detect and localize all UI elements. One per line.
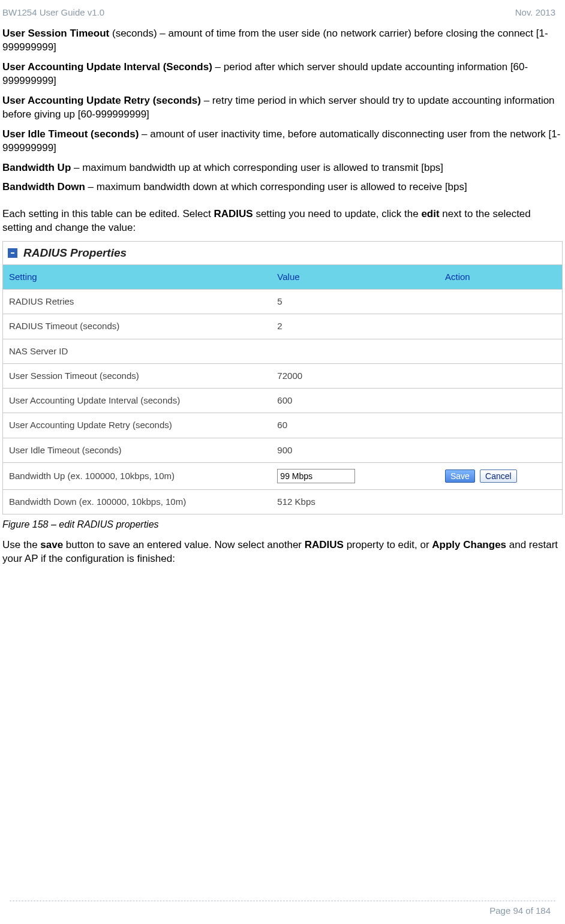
save-button[interactable]: Save [445, 469, 475, 483]
setting-cell: NAS Server ID [3, 339, 271, 363]
table-row[interactable]: User Idle Timeout (seconds) 900 [3, 438, 562, 462]
value-cell [271, 462, 439, 489]
setting-cell: RADIUS Retries [3, 290, 271, 314]
value-cell: 600 [271, 389, 439, 413]
table-row[interactable]: RADIUS Timeout (seconds) 2 [3, 314, 562, 339]
footer-divider [10, 901, 555, 901]
action-cell [439, 314, 562, 339]
doc-content: User Session Timeout (seconds) – amount … [0, 22, 565, 566]
value-cell: 60 [271, 413, 439, 438]
setting-cell: Bandwidth Up (ex. 100000, 10kbps, 10m) [3, 462, 271, 489]
text-bold: edit [421, 208, 439, 219]
paragraph: User Idle Timeout (seconds) – amount of … [2, 128, 563, 155]
setting-cell: User Idle Timeout (seconds) [3, 438, 271, 462]
page-number: Page 94 of 184 [489, 905, 551, 916]
setting-cell: User Accounting Update Interval (seconds… [3, 389, 271, 413]
post-paragraph: Use the save button to save an entered v… [2, 538, 563, 566]
term-desc: – maximum bandwidth up at which correspo… [71, 162, 443, 173]
cancel-button[interactable]: Cancel [480, 469, 517, 483]
term: Bandwidth Down [2, 181, 85, 192]
text: setting you need to update, click the [253, 208, 422, 219]
paragraph: Bandwidth Up – maximum bandwidth up at w… [2, 161, 563, 175]
action-cell [439, 290, 562, 314]
setting-cell: User Session Timeout (seconds) [3, 363, 271, 388]
setting-cell: User Accounting Update Retry (seconds) [3, 413, 271, 438]
panel-title-text: RADIUS Properties [23, 245, 127, 261]
term: User Idle Timeout (seconds) [2, 128, 139, 140]
action-cell [439, 389, 562, 413]
text-bold: Apply Changes [432, 539, 506, 550]
text-bold: RADIUS [305, 539, 344, 550]
table-row[interactable]: NAS Server ID [3, 339, 562, 363]
action-cell [439, 413, 562, 438]
table-row[interactable]: Bandwidth Down (ex. 100000, 10kbps, 10m)… [3, 489, 562, 514]
doc-date: Nov. 2013 [515, 7, 555, 17]
radius-table: Setting Value Action RADIUS Retries 5 RA… [3, 265, 562, 514]
value-cell [271, 339, 439, 363]
value-cell: 72000 [271, 363, 439, 388]
doc-title: BW1254 User Guide v1.0 [2, 7, 104, 17]
page-footer: Page 94 of 184 [489, 905, 551, 916]
action-cell [439, 489, 562, 514]
col-value-header: Value [271, 265, 439, 290]
term: User Session Timeout [2, 28, 109, 39]
term: Bandwidth Up [2, 162, 71, 173]
term-desc: – maximum bandwidth down at which corres… [85, 181, 467, 192]
value-cell: 900 [271, 438, 439, 462]
value-cell: 512 Kbps [271, 489, 439, 514]
panel-title: RADIUS Properties [3, 242, 562, 265]
text: Use the [2, 539, 40, 550]
paragraph: User Session Timeout (seconds) – amount … [2, 27, 563, 55]
paragraph: Bandwidth Down – maximum bandwidth down … [2, 180, 563, 194]
table-row[interactable]: User Accounting Update Interval (seconds… [3, 389, 562, 413]
action-cell [439, 363, 562, 388]
col-action-header: Action [439, 265, 562, 290]
action-cell [439, 339, 562, 363]
table-header-row: Setting Value Action [3, 265, 562, 290]
setting-cell: RADIUS Timeout (seconds) [3, 314, 271, 339]
text-bold: save [40, 539, 63, 550]
radius-properties-panel: RADIUS Properties Setting Value Action R… [2, 241, 563, 514]
svg-rect-1 [11, 252, 14, 254]
value-cell: 5 [271, 290, 439, 314]
setting-cell: Bandwidth Down (ex. 100000, 10kbps, 10m) [3, 489, 271, 514]
page-header: BW1254 User Guide v1.0 Nov. 2013 [0, 0, 565, 22]
intro-paragraph: Each setting in this table can be edited… [2, 207, 563, 235]
paragraph: User Accounting Update Retry (seconds) –… [2, 94, 563, 122]
table-row[interactable]: User Session Timeout (seconds) 72000 [3, 363, 562, 388]
panel-toggle-icon[interactable] [8, 248, 17, 258]
action-cell [439, 438, 562, 462]
table-row[interactable]: User Accounting Update Retry (seconds) 6… [3, 413, 562, 438]
value-cell: 2 [271, 314, 439, 339]
table-row[interactable]: Bandwidth Up (ex. 100000, 10kbps, 10m) S… [3, 462, 562, 489]
text-bold: RADIUS [214, 208, 253, 219]
table-row[interactable]: RADIUS Retries 5 [3, 290, 562, 314]
term: User Accounting Update Interval (Seconds… [2, 61, 212, 73]
text: Each setting in this table can be edited… [2, 208, 214, 219]
term: User Accounting Update Retry (seconds) [2, 95, 201, 106]
paragraph: User Accounting Update Interval (Seconds… [2, 61, 563, 88]
figure-caption: Figure 158 – edit RADIUS properties [2, 518, 563, 531]
col-setting-header: Setting [3, 265, 271, 290]
action-cell: Save Cancel [439, 462, 562, 489]
text: property to edit, or [344, 539, 432, 550]
bandwidth-up-input[interactable] [277, 469, 355, 483]
text: button to save an entered value. Now sel… [63, 539, 305, 550]
